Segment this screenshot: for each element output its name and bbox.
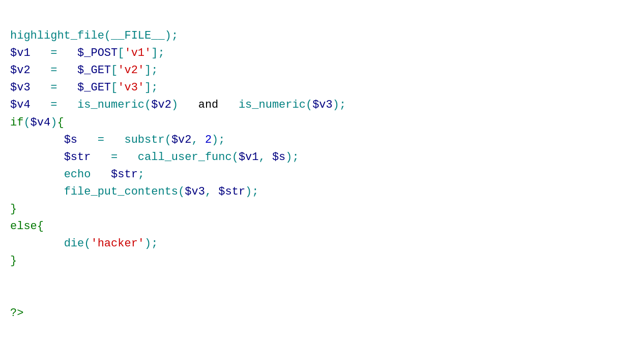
line-2: $v1 = $_POST['v1'];: [10, 47, 165, 59]
line-3: $v2 = $_GET['v2'];: [10, 64, 158, 77]
line-5: $v4 = is_numeric($v2) and is_numeric($v3…: [10, 99, 346, 111]
code-display: highlight_file(__FILE__); $v1 = $_POST['…: [10, 10, 644, 347]
line-12: else{: [10, 220, 44, 233]
line-9: echo $str;: [10, 168, 144, 181]
line-4: $v3 = $_GET['v3'];: [10, 81, 158, 94]
line-13: die('hacker');: [10, 237, 158, 250]
line-1: highlight_file(__FILE__);: [10, 29, 178, 42]
line-14: }: [10, 255, 17, 267]
line-6: if($v4){: [10, 116, 64, 129]
line-7: $s = substr($v2, 2);: [10, 134, 225, 146]
line-10: file_put_contents($v3, $str);: [10, 185, 259, 198]
line-php-close: ?>: [10, 307, 23, 320]
line-8: $str = call_user_func($v1, $s);: [10, 151, 299, 164]
line-11: }: [10, 203, 17, 215]
